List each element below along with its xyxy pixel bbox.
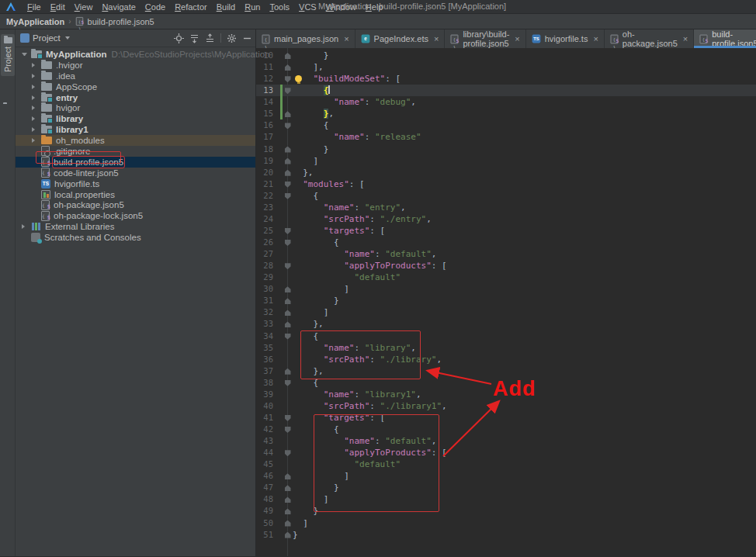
code-line-18[interactable]: 18 } bbox=[256, 144, 756, 155]
tree-item-library[interactable]: library bbox=[16, 113, 255, 124]
code-line-31[interactable]: 31 } bbox=[256, 295, 756, 306]
code-line-13[interactable]: 13 { bbox=[256, 85, 756, 96]
fold-end-icon[interactable] bbox=[285, 473, 291, 479]
chevron-right-icon[interactable] bbox=[32, 95, 35, 100]
tab-library-build-profile.json5[interactable]: { }library\build-profile.json5× bbox=[445, 29, 525, 48]
code-line-46[interactable]: 46 ] bbox=[256, 470, 756, 482]
tree-item-library1[interactable]: library1 bbox=[16, 124, 255, 135]
locate-icon[interactable] bbox=[174, 33, 184, 43]
chevron-down-icon[interactable] bbox=[22, 53, 27, 56]
code-line-48[interactable]: 48 ] bbox=[256, 493, 756, 505]
close-icon[interactable]: × bbox=[344, 34, 349, 43]
code-line-40[interactable]: 40 "srcPath": "./library1", bbox=[256, 400, 756, 412]
code-line-39[interactable]: 39 "name": "library1", bbox=[256, 389, 756, 400]
code-line-34[interactable]: 34 { bbox=[256, 330, 756, 342]
expand-all-icon[interactable] bbox=[189, 33, 199, 43]
tree-item-scratches-and-consoles[interactable]: Scratches and Consoles bbox=[16, 232, 255, 243]
collapse-all-icon[interactable] bbox=[205, 33, 215, 43]
tree-item-external-libraries[interactable]: External Libraries bbox=[16, 221, 255, 232]
chevron-down-icon[interactable] bbox=[65, 36, 70, 40]
code-line-14[interactable]: 14 "name": "debug", bbox=[256, 96, 756, 108]
code-line-21[interactable]: 21 "modules": [ bbox=[256, 178, 756, 190]
code-line-41[interactable]: 41 "targets": [ bbox=[256, 412, 756, 424]
code-line-51[interactable]: 51} bbox=[256, 529, 756, 541]
tab-hvigorfile.ts[interactable]: TShvigorfile.ts× bbox=[526, 29, 605, 48]
code-line-45[interactable]: 45 "default" bbox=[256, 458, 756, 470]
chevron-right-icon[interactable] bbox=[32, 127, 35, 132]
tree-item-oh-package-lock.json5[interactable]: { }oh-package-lock.json5 bbox=[16, 210, 255, 221]
fold-end-icon[interactable] bbox=[285, 158, 291, 164]
tree-item-appscope[interactable]: AppScope bbox=[16, 81, 255, 92]
fold-start-icon[interactable] bbox=[285, 415, 291, 421]
tree-item-oh-modules[interactable]: oh_modules bbox=[16, 135, 255, 146]
chevron-right-icon[interactable] bbox=[32, 63, 35, 67]
fold-end-icon[interactable] bbox=[285, 170, 291, 176]
code-line-23[interactable]: 23 "name": "entry", bbox=[256, 202, 756, 213]
code-line-49[interactable]: 49 } bbox=[256, 505, 756, 517]
fold-start-icon[interactable] bbox=[285, 427, 291, 433]
chevron-right-icon[interactable] bbox=[32, 85, 35, 89]
menu-refactor[interactable]: Refactor bbox=[170, 2, 212, 12]
tree-item-build-profile.json5[interactable]: { }build-profile.json5 bbox=[16, 157, 255, 168]
tree-item-code-linter.json5[interactable]: { }code-linter.json5 bbox=[16, 168, 255, 178]
fold-start-icon[interactable] bbox=[285, 76, 291, 82]
fold-end-icon[interactable] bbox=[285, 64, 291, 71]
code-line-17[interactable]: 17 "name": "release" bbox=[256, 131, 756, 143]
chevron-right-icon[interactable] bbox=[32, 116, 35, 121]
code-line-36[interactable]: 36 "srcPath": "./library", bbox=[256, 354, 756, 365]
code-line-27[interactable]: 27 "name": "default", bbox=[256, 248, 756, 260]
fold-end-icon[interactable] bbox=[285, 496, 291, 503]
fold-end-icon[interactable] bbox=[285, 485, 291, 491]
tree-item-.idea[interactable]: .idea bbox=[16, 71, 255, 81]
code-line-35[interactable]: 35 "name": "library", bbox=[256, 342, 756, 354]
tree-item-local.properties[interactable]: local.properties bbox=[16, 189, 255, 200]
settings-gear-icon[interactable] bbox=[227, 33, 237, 43]
code-line-30[interactable]: 30 ] bbox=[256, 283, 756, 295]
code-line-26[interactable]: 26 { bbox=[256, 237, 756, 248]
menu-vcs[interactable]: VCS bbox=[294, 2, 321, 12]
fold-start-icon[interactable] bbox=[285, 334, 291, 340]
code-line-37[interactable]: 37 }, bbox=[256, 365, 756, 377]
close-icon[interactable]: × bbox=[515, 34, 519, 43]
fold-start-icon[interactable] bbox=[285, 182, 291, 188]
code-line-19[interactable]: 19 ] bbox=[256, 155, 756, 167]
tree-item-myapplication[interactable]: MyApplicationD:\DevEcoStudioProjects\MyA… bbox=[16, 49, 255, 60]
menu-build[interactable]: Build bbox=[212, 2, 240, 12]
menu-code[interactable]: Code bbox=[140, 2, 170, 12]
fold-end-icon[interactable] bbox=[285, 53, 291, 59]
fold-end-icon[interactable] bbox=[285, 321, 291, 327]
project-panel-title[interactable]: Project bbox=[33, 33, 61, 43]
fold-start-icon[interactable] bbox=[285, 240, 291, 246]
code-line-11[interactable]: 11 ], bbox=[256, 61, 756, 73]
menu-navigate[interactable]: Navigate bbox=[97, 2, 140, 12]
breadcrumb-file[interactable]: build-profile.json5 bbox=[88, 17, 154, 26]
code-line-25[interactable]: 25 "targets": [ bbox=[256, 225, 756, 237]
breadcrumb-project[interactable]: MyApplication bbox=[6, 17, 64, 26]
fold-end-icon[interactable] bbox=[285, 147, 291, 153]
fold-start-icon[interactable] bbox=[285, 123, 291, 129]
code-line-15[interactable]: 15 }, bbox=[256, 108, 756, 119]
fold-end-icon[interactable] bbox=[285, 532, 291, 538]
code-line-10[interactable]: 10 } bbox=[256, 50, 756, 61]
chevron-right-icon[interactable] bbox=[32, 138, 35, 143]
tree-item-hvigorfile.ts[interactable]: TShvigorfile.ts bbox=[16, 178, 255, 189]
fold-end-icon[interactable] bbox=[285, 368, 291, 375]
code-line-24[interactable]: 24 "srcPath": "./entry", bbox=[256, 213, 756, 225]
fold-start-icon[interactable] bbox=[285, 263, 291, 269]
chevron-right-icon[interactable] bbox=[32, 106, 35, 110]
menu-view[interactable]: View bbox=[70, 2, 98, 12]
tree-item-oh-package.json5[interactable]: { }oh-package.json5 bbox=[16, 199, 255, 210]
tree-item-entry[interactable]: entry bbox=[16, 92, 255, 103]
code-line-16[interactable]: 16 { bbox=[256, 119, 756, 131]
tree-item-.gitignore[interactable]: .gitignore bbox=[16, 146, 255, 157]
code-line-47[interactable]: 47 } bbox=[256, 482, 756, 493]
menu-run[interactable]: Run bbox=[240, 2, 265, 12]
fold-end-icon[interactable] bbox=[285, 111, 291, 117]
fold-start-icon[interactable] bbox=[285, 193, 291, 199]
close-icon[interactable]: × bbox=[683, 34, 688, 43]
menu-edit[interactable]: Edit bbox=[46, 2, 70, 12]
editor-body[interactable]: 10 }11 ],12 "buildModeSet": [13 {14 "nam… bbox=[256, 48, 756, 556]
tree-item-hvigor[interactable]: hvigor bbox=[16, 102, 255, 113]
code-line-12[interactable]: 12 "buildModeSet": [ bbox=[256, 73, 756, 85]
code-line-20[interactable]: 20 }, bbox=[256, 167, 756, 178]
